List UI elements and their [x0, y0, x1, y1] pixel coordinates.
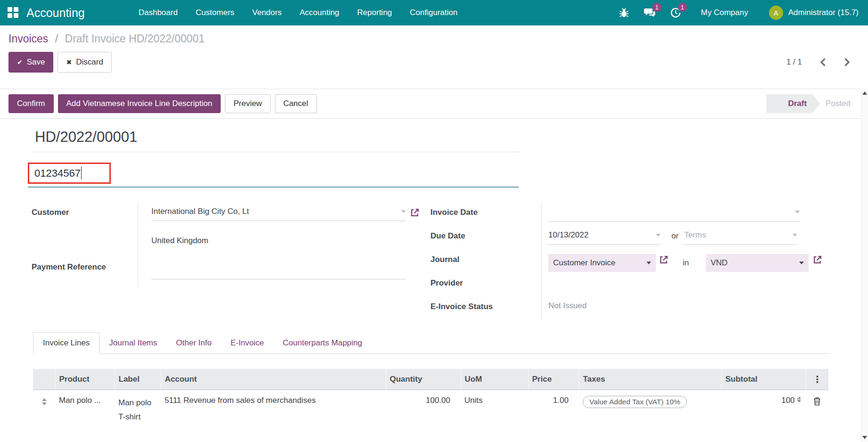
apps-grid-icon[interactable] [8, 7, 19, 18]
cell-price[interactable]: 1.00 [528, 390, 579, 430]
row-actions-cell [806, 390, 828, 430]
row-handle-cell [33, 390, 55, 430]
pager: 1 / 1 [786, 57, 850, 67]
cell-uom[interactable]: Units [461, 390, 528, 430]
terms-placeholder: Terms [684, 230, 706, 240]
tab-other-info[interactable]: Other Info [166, 333, 221, 353]
top-navbar: Accounting Dashboard Customers Vendors A… [0, 0, 868, 25]
header-taxes[interactable]: Taxes [579, 369, 721, 390]
customer-label: Customer [32, 203, 138, 228]
statusbar: Confirm Add Vietnamese Invoice Line Desc… [0, 89, 868, 119]
breadcrumb: Invoices / Draft Invoice HD/2022/00001 [8, 32, 868, 45]
breadcrumb-current: Draft Invoice HD/2022/00001 [65, 33, 205, 45]
header-quantity[interactable]: Quantity [386, 369, 461, 390]
menu-item-vendors[interactable]: Vendors [243, 0, 290, 25]
save-button[interactable]: ✔ Save [8, 52, 53, 73]
tab-invoice-lines[interactable]: Invoice Lines [33, 332, 99, 354]
menu-item-reporting[interactable]: Reporting [348, 0, 401, 25]
chevron-right-icon[interactable] [844, 57, 850, 67]
header-uom[interactable]: UoM [461, 369, 528, 390]
header-handle [33, 369, 55, 390]
reference-input[interactable]: 01234567 [28, 163, 111, 184]
header-label[interactable]: Label [115, 369, 161, 390]
menu-item-accounting[interactable]: Accounting [290, 0, 348, 25]
check-icon: ✔ [17, 58, 23, 66]
field-groups: Customer International Big City Co, Lt U… [32, 203, 868, 321]
tax-pill[interactable]: Value Added Tax (VAT) 10% [583, 396, 687, 408]
customer-external-link-icon[interactable] [410, 208, 420, 218]
cell-label[interactable]: Man polo T-shirt [115, 390, 161, 430]
in-text: in [683, 258, 689, 268]
invoice-form-sheet: HD/2022/00001 01234567 Customer Internat… [0, 119, 868, 430]
currency-external-link-icon[interactable] [812, 255, 822, 265]
invoice-date-label: Invoice Date [430, 203, 541, 227]
header-account[interactable]: Account [161, 369, 386, 390]
due-date-label: Due Date [430, 227, 541, 250]
scroll-down-icon[interactable] [862, 436, 867, 439]
invoice-date-field[interactable] [548, 207, 800, 222]
or-text: or [671, 231, 678, 241]
caret-down-icon[interactable] [646, 262, 651, 264]
title-divider [32, 152, 519, 152]
debug-bug-icon[interactable] [619, 8, 629, 18]
menu-item-dashboard[interactable]: Dashboard [130, 0, 187, 25]
add-vietnamese-description-button[interactable]: Add Vietnamese Invoice Line Description [58, 94, 221, 113]
pager-value[interactable]: 1 / 1 [786, 57, 802, 67]
caret-down-icon[interactable] [793, 234, 797, 237]
messages-badge: 1 [653, 3, 661, 12]
due-date-field[interactable]: 10/13/2022 [548, 230, 661, 245]
activities-clock-icon[interactable]: 1 [670, 7, 681, 18]
cell-product[interactable]: Man polo ... [55, 390, 115, 430]
cancel-button[interactable]: Cancel [275, 94, 317, 113]
chevron-left-icon[interactable] [820, 57, 826, 67]
discard-button[interactable]: ✖ Discard [58, 52, 111, 73]
avatar[interactable]: A [769, 6, 783, 20]
caret-down-icon[interactable] [799, 262, 804, 264]
control-panel: Invoices / Draft Invoice HD/2022/00001 ✔… [0, 25, 868, 73]
messages-icon[interactable]: 1 [644, 7, 656, 18]
header-subtotal[interactable]: Subtotal [721, 369, 806, 390]
user-menu[interactable]: Administrator (15.7) [788, 8, 859, 17]
trash-icon[interactable] [813, 397, 821, 406]
breadcrumb-separator: / [55, 33, 58, 45]
journal-cell: Customer Invoice in VND [541, 250, 822, 274]
cell-quantity[interactable]: 100.00 [386, 390, 461, 430]
caret-down-icon[interactable] [401, 210, 406, 213]
menu-item-customers[interactable]: Customers [187, 0, 243, 25]
customer-value: International Big City Co, Lt [151, 207, 249, 216]
confirm-button[interactable]: Confirm [8, 94, 54, 113]
cell-subtotal[interactable]: 100 ₫ [721, 390, 806, 430]
cell-account[interactable]: 5111 Revenue from sales of merchandises [161, 390, 386, 430]
state-posted[interactable]: Posted [820, 94, 857, 113]
payment-reference-cell [138, 262, 430, 287]
invoice-lines-table: Product Label Account Quantity UoM Price… [33, 369, 828, 430]
vertical-scrollbar[interactable] [861, 89, 868, 442]
drag-handle-icon[interactable] [37, 396, 51, 405]
breadcrumb-invoices-link[interactable]: Invoices [8, 33, 48, 45]
discard-button-label: Discard [76, 57, 103, 67]
app-name[interactable]: Accounting [26, 6, 85, 20]
preview-button[interactable]: Preview [225, 94, 270, 113]
header-price[interactable]: Price [528, 369, 579, 390]
tab-e-invoice[interactable]: E-Invoice [221, 333, 273, 353]
tab-counterparts-mapping[interactable]: Counterparts Mapping [273, 333, 372, 353]
journal-external-link-icon[interactable] [659, 255, 669, 265]
customer-field[interactable]: International Big City Co, Lt [151, 207, 406, 221]
customer-field-cell: International Big City Co, Lt [138, 203, 430, 228]
caret-down-icon[interactable] [795, 211, 800, 213]
customer-country-cell: United Kingdom [138, 228, 430, 262]
caret-down-icon[interactable] [656, 234, 661, 237]
scroll-up-icon[interactable] [862, 91, 867, 95]
tab-journal-items[interactable]: Journal Items [99, 333, 166, 353]
header-product[interactable]: Product [55, 369, 115, 390]
currency-field[interactable]: VND [706, 254, 809, 272]
state-draft[interactable]: Draft [766, 94, 820, 113]
payment-terms-field[interactable]: Terms [684, 230, 797, 245]
payment-reference-field[interactable] [151, 262, 406, 279]
company-switcher[interactable]: My Company [701, 8, 748, 17]
optional-columns-icon[interactable]: ⋮ [806, 369, 828, 390]
journal-field[interactable]: Customer Invoice [548, 254, 656, 272]
save-button-label: Save [27, 57, 45, 67]
menu-item-configuration[interactable]: Configuration [401, 0, 466, 25]
invoice-number-title: HD/2022/00001 [32, 128, 868, 146]
